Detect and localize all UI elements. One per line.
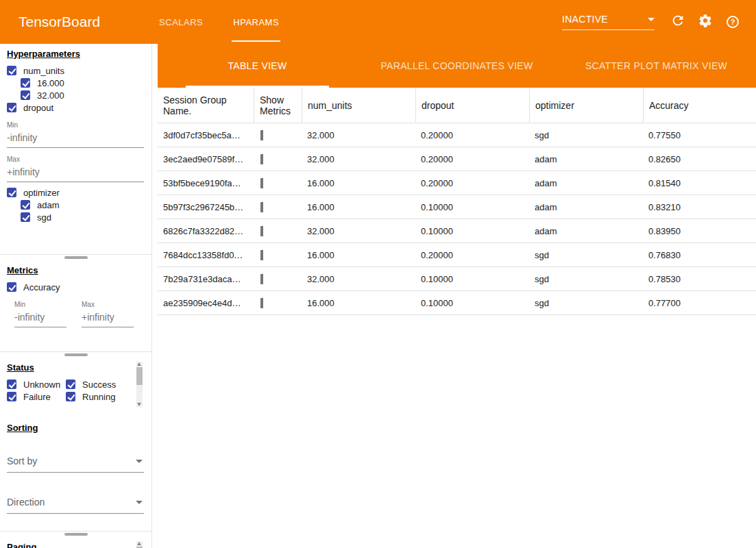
optimizer-cell: sgd xyxy=(529,130,643,140)
section-resize-handle[interactable] xyxy=(0,531,151,537)
checkbox-checked-icon[interactable] xyxy=(21,78,30,88)
section-resize-handle[interactable] xyxy=(0,351,151,358)
metric-accuracy[interactable]: Accuracy xyxy=(7,281,143,293)
checkbox-label: Failure xyxy=(23,392,51,402)
scroll-down-icon[interactable] xyxy=(137,403,141,406)
metric-min-input[interactable] xyxy=(14,308,66,327)
optimizer-cell: adam xyxy=(529,154,643,164)
hparam-optimizer-option-adam[interactable]: adam xyxy=(21,199,143,211)
hparam-num-units[interactable]: num_units xyxy=(7,64,143,77)
show-metrics-checkbox[interactable] xyxy=(260,154,263,164)
status-running[interactable]: Running xyxy=(66,390,132,403)
num-units-cell: 16.000 xyxy=(302,250,415,260)
scrollbar-thumb[interactable] xyxy=(136,367,143,385)
checkbox-checked-icon[interactable] xyxy=(21,90,30,100)
tab-scalars[interactable]: SCALARS xyxy=(144,0,218,44)
status-unknown[interactable]: Unknown xyxy=(7,378,66,390)
checkbox-label: sgd xyxy=(37,212,51,223)
show-metrics-checkbox[interactable] xyxy=(260,178,263,188)
show-metrics-checkbox[interactable] xyxy=(260,202,263,212)
tab-hparams[interactable]: HPARAMS xyxy=(218,0,294,44)
col-header-dropout[interactable]: dropout xyxy=(415,88,529,123)
section-resize-handle[interactable] xyxy=(0,254,151,260)
checkbox-label: dropout xyxy=(23,103,53,113)
show-metrics-checkbox[interactable] xyxy=(260,250,263,260)
hparam-optimizer[interactable]: optimizer xyxy=(7,186,143,199)
chevron-down-icon xyxy=(136,460,143,463)
settings-button[interactable] xyxy=(692,8,719,36)
col-header-num-units[interactable]: num_units xyxy=(302,88,415,123)
hyperparameters-section: Hyperparameters num_units 16.000 32.000 … xyxy=(0,44,151,249)
dropout-max-input[interactable] xyxy=(7,163,144,182)
table-header-row: Session Group Name. Show Metrics num_uni… xyxy=(158,88,756,123)
hparam-optimizer-option-sgd[interactable]: sgd xyxy=(21,211,143,223)
optimizer-cell: sgd xyxy=(529,250,643,260)
checkbox-checked-icon[interactable] xyxy=(21,200,30,210)
show-metrics-checkbox[interactable] xyxy=(260,130,263,140)
scroll-up-icon[interactable] xyxy=(137,542,141,545)
accuracy-cell: 0.76830 xyxy=(643,250,756,260)
checkbox-checked-icon[interactable] xyxy=(7,392,16,401)
tab-scatter-plot-matrix-view[interactable]: SCATTER PLOT MATRIX VIEW xyxy=(557,44,756,88)
dropout-min-input[interactable] xyxy=(7,129,144,148)
reload-button[interactable] xyxy=(664,8,692,36)
checkbox-checked-icon[interactable] xyxy=(7,103,16,112)
run-status-value: INACTIVE xyxy=(562,14,608,25)
checkbox-checked-icon[interactable] xyxy=(66,392,75,401)
metric-max-input[interactable] xyxy=(82,308,134,327)
show-metrics-checkbox[interactable] xyxy=(260,274,263,284)
col-header-show-metrics[interactable]: Show Metrics xyxy=(254,88,302,123)
direction-select[interactable]: Direction xyxy=(7,492,144,514)
session-group-name-cell: 3ec2aed9e07589f… xyxy=(158,154,254,164)
table-row: ae235909ec4e4d… 16.000 0.10000 sgd 0.777… xyxy=(158,291,756,315)
checkbox-checked-icon[interactable] xyxy=(7,66,16,75)
col-header-optimizer[interactable]: optimizer xyxy=(529,88,643,123)
num-units-cell: 32.000 xyxy=(302,226,415,236)
table-row: 7684dcc13358fd0… 16.000 0.20000 sgd 0.76… xyxy=(158,243,756,267)
dropout-max-label: Max xyxy=(7,155,143,163)
status-failure[interactable]: Failure xyxy=(7,390,66,403)
tab-table-view[interactable]: TABLE VIEW xyxy=(158,44,357,88)
status-scrollbar[interactable] xyxy=(136,362,143,407)
accuracy-cell: 0.83950 xyxy=(643,226,756,236)
show-metrics-checkbox[interactable] xyxy=(260,298,263,308)
hparams-sidebar: Hyperparameters num_units 16.000 32.000 … xyxy=(0,44,152,548)
checkbox-checked-icon[interactable] xyxy=(7,188,16,197)
scroll-up-icon[interactable] xyxy=(137,362,141,366)
tab-parallel-coordinates-view[interactable]: PARALLEL COORDINATES VIEW xyxy=(357,44,557,88)
help-button[interactable]: ? xyxy=(719,8,746,36)
checkbox-label: Success xyxy=(82,379,116,390)
session-group-name-cell: 53bf5bece9190fa… xyxy=(158,178,254,188)
checkbox-checked-icon[interactable] xyxy=(66,379,75,389)
hparam-num-units-option-16[interactable]: 16.000 xyxy=(21,77,143,89)
hparam-num-units-option-32[interactable]: 32.000 xyxy=(21,89,143,101)
optimizer-cell: adam xyxy=(529,202,643,212)
metric-minmax-row: Min Max xyxy=(14,293,143,327)
paging-heading: Paging xyxy=(7,542,143,548)
drag-handle-icon xyxy=(64,256,88,259)
checkbox-label: adam xyxy=(37,200,60,210)
table-row: 6826c7fa3322d82… 32.000 0.10000 adam 0.8… xyxy=(158,219,756,243)
accuracy-cell: 0.81540 xyxy=(643,178,756,188)
metric-min-wrap: Min xyxy=(14,293,66,327)
checkbox-label: Accuracy xyxy=(23,282,60,292)
paging-scrollbar[interactable] xyxy=(136,541,143,547)
run-status-dropdown[interactable]: INACTIVE xyxy=(562,14,655,30)
chevron-down-icon xyxy=(648,18,655,21)
checkbox-checked-icon[interactable] xyxy=(7,379,16,389)
checkbox-checked-icon[interactable] xyxy=(7,282,16,292)
hparam-dropout[interactable]: dropout xyxy=(7,101,143,114)
sort-by-select[interactable]: Sort by xyxy=(7,451,144,473)
show-metrics-checkbox[interactable] xyxy=(260,226,263,236)
checkbox-checked-icon[interactable] xyxy=(21,212,30,222)
dropout-cell: 0.20000 xyxy=(415,154,529,164)
accuracy-cell: 0.82650 xyxy=(643,154,756,164)
col-header-session-group-name[interactable]: Session Group Name. xyxy=(158,88,254,123)
session-group-name-cell: 3df0d7cf35bec5a… xyxy=(158,130,254,140)
col-header-accuracy[interactable]: Accuracy xyxy=(643,88,756,123)
dropout-min-label: Min xyxy=(7,121,143,129)
dropout-cell: 0.10000 xyxy=(415,226,529,236)
status-success[interactable]: Success xyxy=(66,378,132,390)
metrics-section: Metrics Accuracy Min Max xyxy=(0,260,151,347)
accuracy-cell: 0.77550 xyxy=(643,130,756,140)
